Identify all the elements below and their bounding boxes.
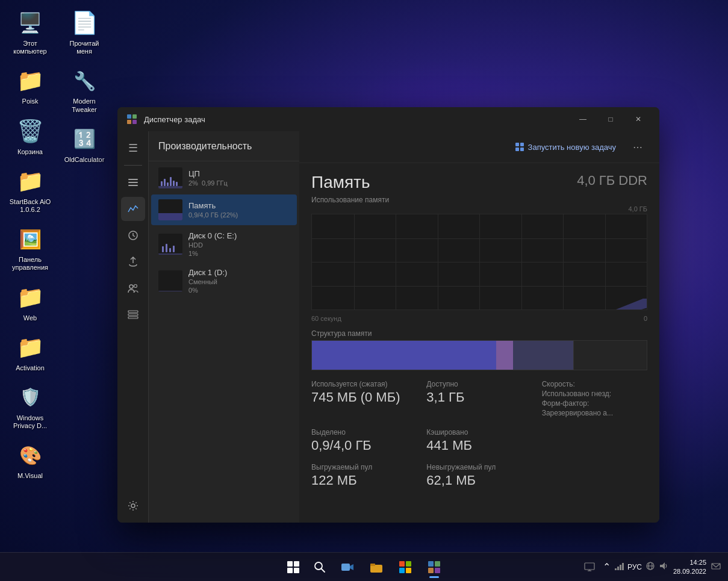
icon-windows-privacy[interactable]: 🛡️ WindowsPrivacy D...	[6, 381, 54, 432]
svg-rect-24	[370, 564, 375, 566]
stat-speed-label: Скорость:	[542, 380, 647, 388]
sidebar-processes-button[interactable]	[121, 170, 145, 194]
icon-web[interactable]: 📁 Web	[6, 281, 54, 325]
svg-rect-38	[620, 565, 621, 570]
system-tray: ⌃ РУС	[603, 561, 668, 573]
titlebar-controls: — □ ✕	[569, 110, 652, 129]
stat-form-label: Форм-фактор:	[542, 399, 647, 408]
chart-time-right: 0	[644, 315, 647, 322]
svg-rect-15	[520, 143, 524, 146]
stat-paged-pool: Выгружаемый пул 122 МБ	[311, 463, 417, 488]
icon-mvisual[interactable]: 🎨 M.Visual	[6, 438, 54, 482]
memory-detail-panel: Запустить новую задачу ⋯ Память 4,0 ГБ D…	[299, 131, 659, 523]
svg-rect-2	[127, 120, 131, 124]
chevron-up-icon[interactable]: ⌃	[603, 561, 611, 573]
icon-this-pc[interactable]: 🖥️ Этоткомпьютер	[6, 6, 54, 58]
minimize-button[interactable]: —	[569, 110, 597, 129]
svg-rect-36	[615, 568, 617, 570]
disk0-usage: 1%	[188, 250, 290, 257]
taskmanager-app-icon	[125, 112, 139, 126]
memory-mini-chart	[158, 199, 182, 220]
stat-cached: Кэшировано 441 МБ	[426, 428, 532, 453]
icon-activation[interactable]: 📁 Activation	[6, 331, 54, 374]
sidebar-details-button[interactable]	[121, 303, 145, 327]
stat-committed-label: Выделено	[311, 428, 417, 437]
process-list-panel: Производительность ЦП 2% 0,99 ГГц	[149, 131, 299, 523]
icon-poisk[interactable]: 📁 Poisk	[6, 64, 54, 108]
icon-korzina[interactable]: 🗑️ Корзина	[6, 114, 54, 158]
maximize-button[interactable]: □	[597, 110, 624, 129]
oldcalculator-icon: 🔢	[70, 125, 99, 154]
svg-rect-0	[127, 114, 131, 119]
titlebar-title: Диспетчер задач	[144, 115, 569, 124]
show-desktop-button[interactable]	[581, 555, 598, 579]
svg-rect-14	[515, 143, 519, 146]
taskbar-right: ⌃ РУС	[581, 555, 721, 579]
sidebar-settings-button[interactable]	[121, 494, 145, 518]
more-button[interactable]: ⋯	[628, 138, 647, 155]
modern-tweaker-icon: 🔧	[70, 66, 99, 95]
icon-prochitai[interactable]: 📄 Прочитайменя	[60, 6, 108, 58]
icon-controlpanel[interactable]: 🖼️ Панельуправления	[6, 222, 54, 274]
struct-free	[573, 341, 647, 370]
memory-structure-bar	[311, 340, 647, 370]
stat-slots-label: Использовано гнезд:	[542, 390, 647, 398]
svg-rect-10	[128, 311, 138, 312]
task-manager-body: ☰	[117, 131, 659, 523]
desktop-icons: 🖥️ Этоткомпьютер 📁 Poisk 🗑️ Корзина 📁 St…	[6, 6, 102, 530]
memory-process-item[interactable]: Память 0,9/4,0 ГБ (22%)	[151, 194, 297, 225]
icon-modern-tweaker[interactable]: 🔧 ModernTweaker	[60, 64, 108, 116]
volume-icon[interactable]	[659, 561, 668, 573]
svg-point-9	[134, 285, 137, 288]
search-button[interactable]	[308, 555, 332, 579]
sidebar-menu-button[interactable]: ☰	[121, 136, 145, 160]
stat-cached-label: Кэшировано	[426, 428, 532, 437]
notification-icon[interactable]	[711, 561, 721, 573]
taskbar-app-taskmanager[interactable]	[421, 555, 447, 579]
task-manager-window: Диспетчер задач — □ ✕ ☰	[117, 107, 659, 523]
stat-used-label: Используется (сжатая)	[311, 380, 417, 388]
memory-usage: 0,9/4,0 ГБ (22%)	[188, 211, 290, 219]
globe-icon[interactable]	[646, 561, 655, 573]
system-clock[interactable]: 14:25 28.09.2022	[673, 558, 706, 576]
language-label[interactable]: РУС	[627, 563, 642, 571]
stat-speed: Скорость: Использовано гнезд: Форм-факто…	[542, 380, 647, 418]
stat-available: Доступно 3,1 ГБ	[426, 380, 532, 418]
sidebar-history-button[interactable]	[121, 223, 145, 247]
stat-paged-label: Выгружаемый пул	[311, 463, 417, 471]
svg-rect-25	[399, 561, 405, 567]
sidebar-startup-button[interactable]	[121, 250, 145, 274]
start-button[interactable]	[281, 555, 305, 579]
titlebar: Диспетчер задач — □ ✕	[117, 107, 659, 131]
new-task-button[interactable]: Запустить новую задачу	[510, 140, 621, 154]
icon-mvisual-label: M.Visual	[17, 472, 43, 480]
icon-this-pc-label: Этоткомпьютер	[13, 40, 46, 55]
text-doc-icon: 📄	[70, 8, 99, 37]
sidebar-users-button[interactable]	[121, 276, 145, 300]
usage-label: Использование памяти	[311, 196, 647, 204]
svg-rect-31	[428, 568, 434, 573]
stat-cached-value: 441 МБ	[426, 438, 532, 453]
svg-marker-22	[350, 564, 353, 570]
disk1-type: Сменный	[188, 278, 290, 285]
icon-poisk-label: Poisk	[22, 98, 39, 105]
close-button[interactable]: ✕	[624, 110, 652, 129]
icon-activation-label: Activation	[16, 364, 45, 372]
folder-icon: 📁	[16, 66, 45, 95]
header-toolbar: Запустить новую задачу ⋯	[510, 138, 647, 155]
svg-rect-27	[399, 568, 405, 573]
disk1-process-item[interactable]: Диск 1 (D:) Сменный 0%	[151, 263, 297, 299]
sidebar-separator	[124, 165, 142, 166]
icon-oldcalculator[interactable]: 🔢 OldCalculator	[60, 122, 108, 166]
taskbar-app-meet[interactable]	[334, 555, 361, 579]
taskbar-app-store[interactable]	[392, 555, 418, 579]
icon-startback[interactable]: 📁 StartBack AiO1.0.6.2	[6, 164, 54, 216]
network-icon[interactable]	[614, 561, 624, 573]
icon-prochitai-label: Прочитайменя	[70, 40, 99, 55]
sidebar-performance-button[interactable]	[121, 197, 145, 221]
disk1-info: Диск 1 (D:) Сменный 0%	[188, 268, 290, 294]
disk0-process-item[interactable]: Диск 0 (C: E:) HDD 1%	[151, 226, 297, 262]
taskbar-app-explorer[interactable]	[363, 555, 390, 579]
stat-nonpaged-label: Невыгружаемый пул	[426, 463, 532, 471]
cpu-process-item[interactable]: ЦП 2% 0,99 ГГц	[151, 163, 297, 193]
